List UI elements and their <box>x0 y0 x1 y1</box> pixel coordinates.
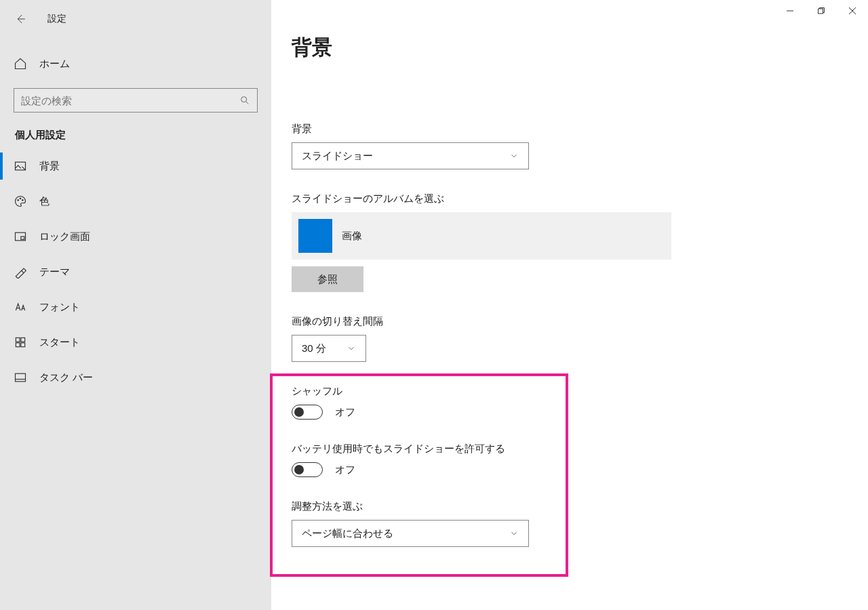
background-label: 背景 <box>292 123 868 136</box>
sidebar-item-background[interactable]: 背景 <box>0 148 271 184</box>
sidebar-item-start[interactable]: スタート <box>0 325 271 360</box>
sidebar-item-label: ロック画面 <box>39 230 90 243</box>
palette-icon <box>14 195 27 208</box>
sidebar-item-taskbar[interactable]: タスク バー <box>0 360 271 395</box>
interval-label: 画像の切り替え間隔 <box>292 315 868 328</box>
sidebar-home-label: ホーム <box>39 58 70 70</box>
window-title: 設定 <box>47 13 66 25</box>
sidebar-item-label: タスク バー <box>39 371 93 384</box>
svg-rect-11 <box>21 343 25 347</box>
theme-icon <box>14 265 27 279</box>
svg-rect-12 <box>16 373 26 382</box>
sidebar: 設定 ホーム 個人用設定 背景 色 <box>0 0 271 610</box>
titlebar-controls <box>774 0 868 22</box>
search-box[interactable] <box>14 88 258 113</box>
chevron-down-icon <box>509 529 519 538</box>
sidebar-item-colors[interactable]: 色 <box>0 184 271 219</box>
search-icon <box>239 95 250 106</box>
chevron-down-icon <box>509 151 519 161</box>
maximize-icon <box>817 7 825 15</box>
page-title: 背景 <box>292 34 868 62</box>
sidebar-category: 個人用設定 <box>0 113 271 148</box>
shuffle-toggle[interactable] <box>292 405 323 420</box>
interval-dropdown-value: 30 分 <box>302 342 326 355</box>
minimize-button[interactable] <box>774 0 806 22</box>
album-thumbnail <box>298 219 332 253</box>
svg-rect-10 <box>16 343 20 347</box>
sidebar-item-label: スタート <box>39 336 80 349</box>
picture-icon <box>14 159 27 173</box>
close-icon <box>848 7 856 15</box>
svg-rect-15 <box>818 9 823 14</box>
battery-toggle[interactable] <box>292 462 323 477</box>
sidebar-item-label: テーマ <box>39 266 70 279</box>
sidebar-item-themes[interactable]: テーマ <box>0 254 271 289</box>
search-input[interactable] <box>21 95 239 106</box>
svg-point-5 <box>22 200 24 201</box>
sidebar-item-label: 色 <box>39 195 50 208</box>
svg-point-4 <box>20 198 21 199</box>
background-dropdown-value: スライドショー <box>302 150 373 163</box>
browse-button[interactable]: 参照 <box>292 266 363 292</box>
taskbar-icon <box>14 371 27 384</box>
fit-dropdown[interactable]: ページ幅に合わせる <box>292 520 529 547</box>
background-dropdown[interactable]: スライドショー <box>292 142 529 169</box>
shuffle-state: オフ <box>335 406 355 419</box>
sidebar-item-fonts[interactable]: フォント <box>0 289 271 325</box>
lockscreen-icon <box>14 230 27 243</box>
back-button[interactable] <box>9 8 31 30</box>
fit-dropdown-value: ページ幅に合わせる <box>302 527 393 540</box>
browse-button-label: 参照 <box>317 273 338 286</box>
sidebar-home[interactable]: ホーム <box>0 46 271 81</box>
chevron-down-icon <box>347 344 356 353</box>
sidebar-item-label: フォント <box>39 301 80 314</box>
sidebar-item-lockscreen[interactable]: ロック画面 <box>0 219 271 254</box>
svg-rect-8 <box>16 338 20 342</box>
album-name: 画像 <box>342 230 362 243</box>
main-content: 背景 背景 スライドショー スライドショーのアルバムを選ぶ 画像 参照 画像の切… <box>271 0 868 610</box>
svg-rect-7 <box>21 237 24 239</box>
svg-rect-9 <box>21 338 25 342</box>
battery-state: オフ <box>335 464 355 476</box>
interval-dropdown[interactable]: 30 分 <box>292 335 366 362</box>
home-icon <box>14 57 27 70</box>
arrow-left-icon <box>14 13 26 25</box>
shuffle-label: シャッフル <box>292 385 868 398</box>
minimize-icon <box>786 7 794 15</box>
maximize-button[interactable] <box>806 0 837 22</box>
svg-line-1 <box>246 102 248 104</box>
sidebar-item-label: 背景 <box>39 160 60 173</box>
fit-label: 調整方法を選ぶ <box>292 500 868 513</box>
svg-point-3 <box>18 200 19 201</box>
album-row[interactable]: 画像 <box>292 212 671 260</box>
close-button[interactable] <box>837 0 868 22</box>
battery-label: バッテリ使用時でもスライドショーを許可する <box>292 443 868 455</box>
font-icon <box>14 300 27 314</box>
album-label: スライドショーのアルバムを選ぶ <box>292 192 868 205</box>
svg-point-0 <box>241 97 247 102</box>
start-icon <box>14 336 27 349</box>
